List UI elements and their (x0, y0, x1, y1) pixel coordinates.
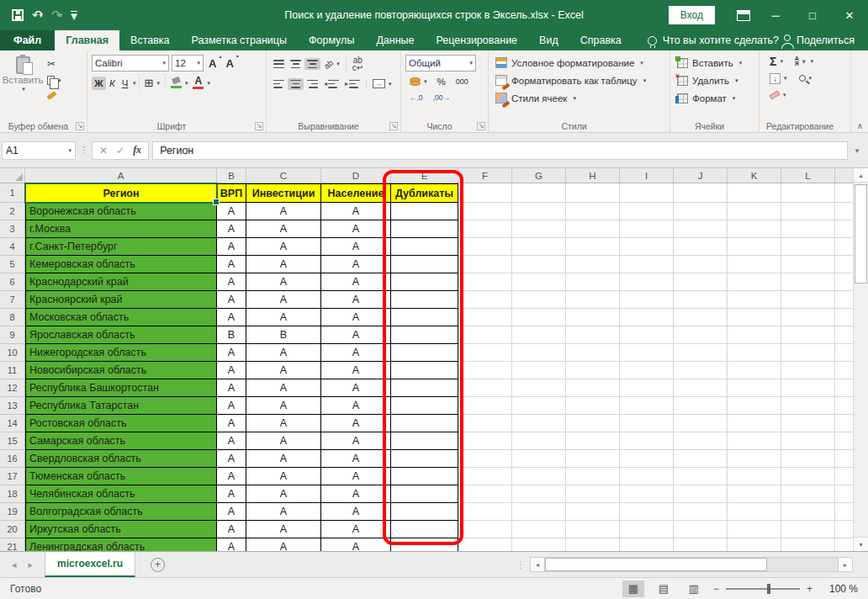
row-header[interactable]: 4 (0, 238, 25, 256)
cell-vrp[interactable]: А (217, 256, 246, 273)
empty-cell[interactable] (512, 220, 566, 238)
empty-cell[interactable] (512, 344, 566, 362)
empty-cell[interactable] (620, 468, 674, 485)
align-right-button[interactable] (304, 78, 320, 90)
cell-duplicates[interactable] (391, 450, 458, 468)
share-button[interactable]: Поделиться (784, 30, 868, 50)
empty-cell[interactable] (566, 220, 620, 238)
empty-cell[interactable] (566, 256, 620, 273)
empty-cell[interactable] (781, 379, 835, 397)
number-dialog-launcher[interactable]: ↘ (477, 122, 485, 130)
empty-cell[interactable] (728, 468, 781, 485)
cell-duplicates[interactable] (391, 397, 458, 415)
empty-cell[interactable] (620, 397, 674, 415)
row-header[interactable]: 5 (0, 256, 25, 273)
italic-button[interactable]: К (106, 77, 119, 90)
cell-region[interactable]: Кемеровская область (25, 256, 217, 273)
empty-cell[interactable] (566, 326, 620, 344)
empty-cell[interactable] (835, 220, 853, 238)
empty-cell[interactable] (620, 503, 674, 521)
merge-center-button[interactable]: ↔▾ (370, 77, 394, 90)
align-bottom-button[interactable] (304, 58, 320, 70)
cell-duplicates[interactable] (391, 521, 458, 538)
cell-region[interactable]: Иркутская область (25, 521, 217, 538)
cell-investments-header[interactable]: Инвестиции (246, 183, 321, 203)
cell-vrp[interactable]: А (217, 450, 246, 468)
cell-vrp[interactable]: А (217, 362, 246, 379)
decrease-decimal-button[interactable]: ,00→ (431, 92, 453, 103)
cell-investments[interactable]: А (246, 538, 321, 551)
clipboard-dialog-launcher[interactable]: ↘ (76, 122, 84, 130)
empty-cell[interactable] (458, 309, 512, 326)
cell-vrp[interactable]: А (217, 291, 246, 309)
increase-indent-button[interactable]: ▸ (342, 78, 363, 90)
cell-investments[interactable]: А (246, 291, 321, 309)
empty-cell[interactable] (512, 238, 566, 256)
empty-cell[interactable] (835, 238, 853, 256)
empty-cell[interactable] (620, 220, 674, 238)
empty-cell[interactable] (620, 326, 674, 344)
font-color-button[interactable]: А▾ (190, 75, 213, 91)
empty-cell[interactable] (458, 344, 512, 362)
vertical-scrollbar[interactable]: ▲ ▼ (853, 168, 868, 551)
fill-color-button[interactable]: ▾ (168, 76, 191, 90)
cell-vrp[interactable]: А (217, 203, 246, 220)
cell-investments[interactable]: А (246, 238, 321, 256)
empty-cell[interactable] (781, 432, 835, 450)
next-sheet-button[interactable]: ▸ (29, 559, 34, 570)
empty-cell[interactable] (835, 379, 853, 397)
collapse-ribbon-button[interactable]: ∧ (857, 121, 863, 130)
empty-cell[interactable] (512, 183, 566, 203)
align-left-button[interactable] (271, 78, 287, 90)
format-painter-button[interactable] (45, 89, 64, 99)
cell-duplicates[interactable] (391, 503, 458, 521)
cell-vrp[interactable]: А (217, 415, 246, 432)
format-cells-button[interactable]: Формат▾ (675, 89, 754, 107)
empty-cell[interactable] (458, 362, 512, 379)
column-header-K[interactable]: K (728, 168, 781, 183)
zoom-level[interactable]: 100 % (821, 583, 858, 595)
percent-style-button[interactable]: % (435, 75, 448, 88)
cell-population[interactable]: А (321, 485, 391, 503)
empty-cell[interactable] (566, 344, 620, 362)
tab-help[interactable]: Справка (569, 30, 632, 50)
cell-investments[interactable]: А (246, 503, 321, 521)
cell-region[interactable]: Ленинградская область (25, 538, 217, 551)
empty-cell[interactable] (835, 291, 853, 309)
cancel-entry-button[interactable]: ✕ (99, 145, 108, 156)
row-header[interactable]: 20 (0, 521, 25, 538)
cell-duplicates[interactable] (391, 220, 458, 238)
empty-cell[interactable] (566, 273, 620, 291)
empty-cell[interactable] (835, 203, 853, 220)
cell-population[interactable]: А (321, 362, 391, 379)
cell-region[interactable]: Воронежская область (25, 203, 217, 220)
empty-cell[interactable] (728, 397, 781, 415)
cell-vrp[interactable]: А (217, 238, 246, 256)
cell-duplicates[interactable] (391, 326, 458, 344)
empty-cell[interactable] (566, 397, 620, 415)
empty-cell[interactable] (566, 238, 620, 256)
empty-cell[interactable] (512, 291, 566, 309)
empty-cell[interactable] (835, 183, 853, 203)
empty-cell[interactable] (674, 256, 728, 273)
empty-cell[interactable] (458, 256, 512, 273)
row-header[interactable]: 2 (0, 203, 25, 220)
empty-cell[interactable] (512, 485, 566, 503)
scroll-down-button[interactable]: ▼ (854, 537, 868, 551)
empty-cell[interactable] (458, 203, 512, 220)
row-header[interactable]: 7 (0, 291, 25, 309)
empty-cell[interactable] (835, 503, 853, 521)
empty-cell[interactable] (512, 203, 566, 220)
tab-review[interactable]: Рецензирование (426, 30, 529, 50)
row-header[interactable]: 3 (0, 220, 25, 238)
row-header[interactable]: 10 (0, 344, 25, 362)
cell-vrp[interactable]: А (217, 468, 246, 485)
empty-cell[interactable] (566, 183, 620, 203)
cell-vrp[interactable]: А (217, 220, 246, 238)
empty-cell[interactable] (674, 485, 728, 503)
empty-cell[interactable] (728, 362, 781, 379)
empty-cell[interactable] (566, 415, 620, 432)
view-normal-button[interactable]: ▦ (622, 580, 644, 597)
empty-cell[interactable] (458, 538, 512, 551)
column-header-G[interactable]: G (512, 168, 566, 183)
